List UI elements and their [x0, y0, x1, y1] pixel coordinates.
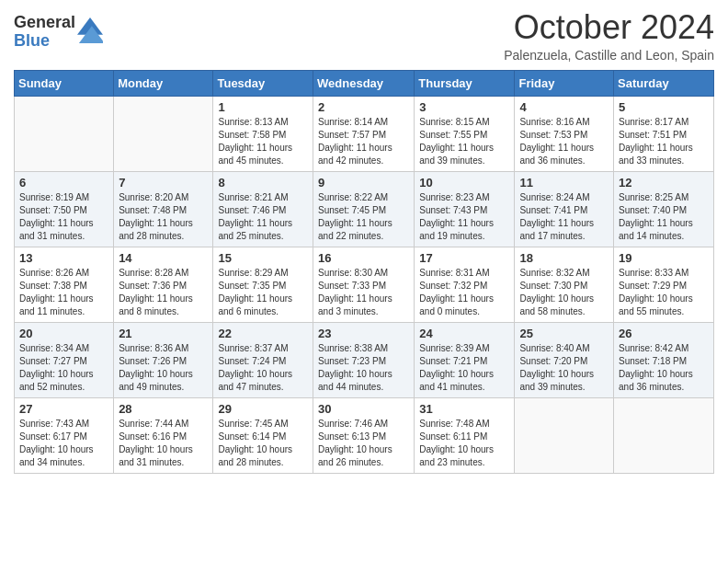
weekday-header: Sunday [15, 70, 114, 96]
calendar-cell: 18Sunrise: 8:32 AM Sunset: 7:30 PM Dayli… [515, 247, 614, 322]
day-info: Sunrise: 8:40 AM Sunset: 7:20 PM Dayligh… [519, 342, 609, 394]
calendar-cell: 15Sunrise: 8:29 AM Sunset: 7:35 PM Dayli… [213, 247, 313, 322]
calendar-cell [15, 96, 114, 171]
day-number: 1 [218, 100, 308, 114]
calendar-cell: 24Sunrise: 8:39 AM Sunset: 7:21 PM Dayli… [415, 322, 515, 397]
day-number: 8 [218, 176, 308, 190]
day-number: 2 [318, 100, 409, 114]
day-info: Sunrise: 8:36 AM Sunset: 7:26 PM Dayligh… [119, 342, 208, 394]
day-info: Sunrise: 8:14 AM Sunset: 7:57 PM Dayligh… [318, 116, 409, 167]
weekday-header: Thursday [415, 70, 515, 96]
day-number: 27 [19, 402, 108, 416]
calendar-week-row: 20Sunrise: 8:34 AM Sunset: 7:27 PM Dayli… [15, 322, 714, 397]
day-number: 28 [119, 402, 208, 416]
day-info: Sunrise: 8:42 AM Sunset: 7:18 PM Dayligh… [619, 342, 709, 394]
day-number: 6 [19, 176, 108, 190]
calendar-cell: 26Sunrise: 8:42 AM Sunset: 7:18 PM Dayli… [614, 322, 714, 397]
calendar-cell: 27Sunrise: 7:43 AM Sunset: 6:17 PM Dayli… [15, 397, 114, 473]
logo-general: General [14, 14, 75, 32]
day-info: Sunrise: 7:46 AM Sunset: 6:13 PM Dayligh… [318, 418, 409, 469]
calendar-cell: 22Sunrise: 8:37 AM Sunset: 7:24 PM Dayli… [213, 322, 313, 397]
logo-blue: Blue [14, 32, 75, 51]
day-number: 10 [419, 176, 509, 190]
day-info: Sunrise: 8:22 AM Sunset: 7:45 PM Dayligh… [318, 191, 409, 243]
day-number: 23 [318, 327, 409, 340]
day-info: Sunrise: 8:33 AM Sunset: 7:29 PM Dayligh… [619, 267, 709, 318]
logo: General Blue [14, 14, 103, 51]
weekday-header: Wednesday [313, 70, 415, 96]
day-info: Sunrise: 8:17 AM Sunset: 7:51 PM Dayligh… [619, 116, 709, 167]
calendar-cell: 1Sunrise: 8:13 AM Sunset: 7:58 PM Daylig… [213, 96, 313, 171]
logo-text: General Blue [14, 14, 75, 51]
location-title: Palenzuela, Castille and Leon, Spain [504, 48, 714, 63]
calendar-week-row: 6Sunrise: 8:19 AM Sunset: 7:50 PM Daylig… [15, 171, 714, 247]
day-info: Sunrise: 8:16 AM Sunset: 7:53 PM Dayligh… [519, 116, 609, 167]
day-number: 4 [519, 100, 609, 114]
day-number: 12 [619, 176, 709, 190]
day-number: 19 [619, 251, 709, 265]
day-number: 14 [119, 251, 208, 265]
day-number: 17 [419, 251, 509, 265]
calendar-cell: 12Sunrise: 8:25 AM Sunset: 7:40 PM Dayli… [614, 171, 714, 247]
weekday-header: Friday [515, 70, 614, 96]
calendar-cell: 11Sunrise: 8:24 AM Sunset: 7:41 PM Dayli… [515, 171, 614, 247]
weekday-header: Saturday [614, 70, 714, 96]
calendar-header-row: SundayMondayTuesdayWednesdayThursdayFrid… [15, 70, 714, 96]
calendar-cell: 20Sunrise: 8:34 AM Sunset: 7:27 PM Dayli… [15, 322, 114, 397]
day-info: Sunrise: 8:24 AM Sunset: 7:41 PM Dayligh… [519, 191, 609, 243]
calendar-cell: 5Sunrise: 8:17 AM Sunset: 7:51 PM Daylig… [614, 96, 714, 171]
day-info: Sunrise: 8:13 AM Sunset: 7:58 PM Dayligh… [218, 116, 308, 167]
title-section: October 2024 Palenzuela, Castille and Le… [504, 9, 714, 63]
day-info: Sunrise: 8:29 AM Sunset: 7:35 PM Dayligh… [218, 267, 308, 318]
calendar-cell: 23Sunrise: 8:38 AM Sunset: 7:23 PM Dayli… [313, 322, 415, 397]
calendar-cell: 7Sunrise: 8:20 AM Sunset: 7:48 PM Daylig… [114, 171, 213, 247]
calendar-cell: 14Sunrise: 8:28 AM Sunset: 7:36 PM Dayli… [114, 247, 213, 322]
calendar-cell: 4Sunrise: 8:16 AM Sunset: 7:53 PM Daylig… [515, 96, 614, 171]
day-info: Sunrise: 8:20 AM Sunset: 7:48 PM Dayligh… [119, 191, 208, 243]
calendar-week-row: 27Sunrise: 7:43 AM Sunset: 6:17 PM Dayli… [15, 397, 714, 473]
day-info: Sunrise: 8:26 AM Sunset: 7:38 PM Dayligh… [19, 267, 108, 318]
day-info: Sunrise: 7:48 AM Sunset: 6:11 PM Dayligh… [419, 418, 509, 469]
day-number: 22 [218, 327, 308, 340]
calendar-cell [515, 397, 614, 473]
day-info: Sunrise: 8:38 AM Sunset: 7:23 PM Dayligh… [318, 342, 409, 394]
day-number: 13 [19, 251, 108, 265]
calendar-cell: 17Sunrise: 8:31 AM Sunset: 7:32 PM Dayli… [415, 247, 515, 322]
day-info: Sunrise: 8:25 AM Sunset: 7:40 PM Dayligh… [619, 191, 709, 243]
day-info: Sunrise: 8:21 AM Sunset: 7:46 PM Dayligh… [218, 191, 308, 243]
calendar-cell: 13Sunrise: 8:26 AM Sunset: 7:38 PM Dayli… [15, 247, 114, 322]
calendar-cell [114, 96, 213, 171]
calendar-cell: 25Sunrise: 8:40 AM Sunset: 7:20 PM Dayli… [515, 322, 614, 397]
calendar-week-row: 1Sunrise: 8:13 AM Sunset: 7:58 PM Daylig… [15, 96, 714, 171]
day-info: Sunrise: 8:28 AM Sunset: 7:36 PM Dayligh… [119, 267, 208, 318]
day-number: 25 [519, 327, 609, 340]
day-info: Sunrise: 8:39 AM Sunset: 7:21 PM Dayligh… [419, 342, 509, 394]
day-info: Sunrise: 7:44 AM Sunset: 6:16 PM Dayligh… [119, 418, 208, 469]
day-number: 24 [419, 327, 509, 340]
day-number: 5 [619, 100, 709, 114]
day-number: 21 [119, 327, 208, 340]
day-info: Sunrise: 7:45 AM Sunset: 6:14 PM Dayligh… [218, 418, 308, 469]
weekday-header: Tuesday [213, 70, 313, 96]
day-number: 11 [519, 176, 609, 190]
day-number: 15 [218, 251, 308, 265]
calendar-cell: 29Sunrise: 7:45 AM Sunset: 6:14 PM Dayli… [213, 397, 313, 473]
day-number: 30 [318, 402, 409, 416]
day-info: Sunrise: 8:34 AM Sunset: 7:27 PM Dayligh… [19, 342, 108, 394]
day-number: 18 [519, 251, 609, 265]
day-number: 7 [119, 176, 208, 190]
calendar-cell: 10Sunrise: 8:23 AM Sunset: 7:43 PM Dayli… [415, 171, 515, 247]
day-info: Sunrise: 8:19 AM Sunset: 7:50 PM Dayligh… [19, 191, 108, 243]
calendar-cell: 8Sunrise: 8:21 AM Sunset: 7:46 PM Daylig… [213, 171, 313, 247]
day-info: Sunrise: 8:37 AM Sunset: 7:24 PM Dayligh… [218, 342, 308, 394]
day-number: 3 [419, 100, 509, 114]
day-number: 20 [19, 327, 108, 340]
calendar-cell: 9Sunrise: 8:22 AM Sunset: 7:45 PM Daylig… [313, 171, 415, 247]
calendar: SundayMondayTuesdayWednesdayThursdayFrid… [14, 70, 714, 474]
calendar-week-row: 13Sunrise: 8:26 AM Sunset: 7:38 PM Dayli… [15, 247, 714, 322]
calendar-cell: 6Sunrise: 8:19 AM Sunset: 7:50 PM Daylig… [15, 171, 114, 247]
day-info: Sunrise: 7:43 AM Sunset: 6:17 PM Dayligh… [19, 418, 108, 469]
day-number: 31 [419, 402, 509, 416]
weekday-header: Monday [114, 70, 213, 96]
calendar-cell [614, 397, 714, 473]
